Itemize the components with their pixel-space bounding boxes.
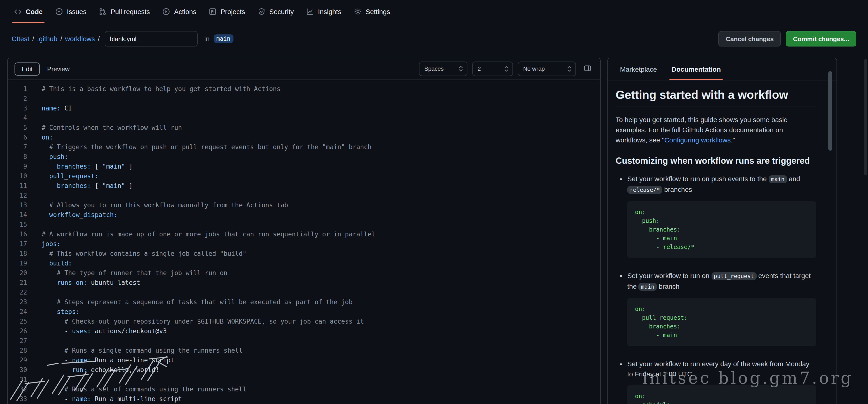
code-line[interactable]: 14 workflow_dispatch: [8,210,600,220]
code-line[interactable]: 16# A workflow run is made up of one or … [8,229,600,239]
code-line-text: on: [27,133,53,143]
line-number: 3 [8,104,27,113]
code-line[interactable]: 18 # This workflow contains a single job… [8,249,600,259]
doc-text: branch [657,282,679,290]
code-line[interactable]: 25 # Checks-out your repository under $G… [8,317,600,327]
nav-tab-label: Issues [67,7,87,15]
code-line[interactable]: 10 pull_request: [8,172,600,181]
repo-nav: Code Issues Pull requests Actions Projec… [0,0,868,23]
code-line[interactable]: 12 [8,191,600,200]
code-line-text [27,113,42,123]
nav-tab-projects[interactable]: Projects [204,0,250,23]
help-title: Getting started with a workflow [616,88,816,107]
code-line[interactable]: 32 # Runs a set of commands using the ru… [8,384,600,394]
line-number: 13 [8,200,27,210]
nav-tab-insights[interactable]: Insights [302,0,346,23]
code-line[interactable]: 9 branches: [ "main" ] [8,162,600,172]
collapse-help-panel-button[interactable] [581,62,594,75]
code-line[interactable]: 3name: CI [8,104,600,113]
code-line[interactable]: 15 [8,220,600,229]
code-line[interactable]: 7 # Triggers the workflow on push or pul… [8,143,600,152]
code-line-text: - uses: actions/checkout@v3 [27,327,167,336]
chevron-up-down-icon [459,65,463,72]
nav-tab-issues[interactable]: Issues [51,0,91,23]
cancel-changes-button[interactable]: Cancel changes [719,31,781,46]
line-number: 30 [8,365,27,375]
code-line-text [27,94,42,104]
code-line[interactable]: 33 - name: Run a multi-line script [8,394,600,404]
code-line[interactable]: 6on: [8,133,600,143]
code-line-text [27,336,42,346]
code-line[interactable]: 27 [8,336,600,346]
code-line[interactable]: 28 # Runs a single command using the run… [8,346,600,355]
line-number: 11 [8,181,27,191]
code-line-text: runs-on: ubuntu-latest [27,278,140,288]
page-scrollbar[interactable] [864,59,867,175]
code-line[interactable]: 22 [8,288,600,298]
help-panel-scrollbar[interactable] [828,71,832,151]
configuring-workflows-link[interactable]: Configuring workflows. [664,136,733,144]
code-line[interactable]: 2 [8,94,600,104]
nav-tab-security[interactable]: Security [253,0,299,23]
line-number: 17 [8,239,27,249]
line-number: 8 [8,152,27,162]
commit-changes-button[interactable]: Commit changes... [786,31,857,46]
code-line[interactable]: 17jobs: [8,239,600,249]
code-line[interactable]: 30 run: echo Hello, world! [8,365,600,375]
code-editor[interactable]: 1# This is a basic workflow to help you … [8,80,600,404]
code-line-text: steps: [27,307,80,317]
code-line[interactable]: 19 build: [8,259,600,268]
breadcrumb-workflows-link[interactable]: workflows [65,35,95,43]
doc-bullet: Set your workflow to run every day of th… [627,359,816,404]
tab-documentation[interactable]: Documentation [666,58,727,80]
code-line[interactable]: 31 [8,375,600,384]
breadcrumb-repo-link[interactable]: CItest [11,35,29,43]
code-line[interactable]: 1# This is a basic workflow to help you … [8,84,600,94]
indent-size-select[interactable]: 2 [472,62,513,76]
nav-tab-pull-requests[interactable]: Pull requests [94,0,155,23]
code-line[interactable]: 24 steps: [8,307,600,317]
code-line[interactable]: 21 runs-on: ubuntu-latest [8,278,600,288]
line-number: 29 [8,355,27,365]
code-line[interactable]: 8 push: [8,152,600,162]
line-number: 2 [8,94,27,104]
line-number: 16 [8,229,27,239]
code-line[interactable]: 20 # The type of runner that the job wil… [8,268,600,278]
inline-code: main [639,283,657,291]
doc-text: branches [662,186,692,193]
in-label: in [205,35,210,43]
code-line[interactable]: 26 - uses: actions/checkout@v3 [8,327,600,336]
nav-tab-settings[interactable]: Settings [349,0,395,23]
code-line-text: push: [27,152,68,162]
filename-input[interactable] [104,31,197,46]
nav-tab-actions[interactable]: Actions [158,0,201,23]
code-line-text: branches: [ "main" ] [27,181,133,191]
code-line[interactable]: 11 branches: [ "main" ] [8,181,600,191]
doc-code-block: on: schedule: [627,385,816,404]
indent-mode-select[interactable]: Spaces [419,62,467,76]
line-number: 7 [8,143,27,152]
tab-edit[interactable]: Edit [14,62,40,75]
breadcrumb-separator: / [32,35,34,43]
help-tabs: Marketplace Documentation [608,58,837,81]
code-line[interactable]: 5# Controls when the workflow will run [8,123,600,133]
tab-preview[interactable]: Preview [40,62,77,75]
code-line[interactable]: 29 - name: Run a one-line script [8,355,600,365]
breadcrumb-github-link[interactable]: .github [37,35,57,43]
code-line[interactable]: 4 [8,113,600,123]
code-line-text: run: echo Hello, world! [27,365,159,375]
line-number: 22 [8,288,27,298]
help-list: Set your workflow to run on push events … [616,174,816,404]
line-number: 25 [8,317,27,327]
line-number: 23 [8,298,27,307]
code-line-text [27,375,42,384]
tab-marketplace[interactable]: Marketplace [614,58,663,80]
code-line-text: # Allows you to run this workflow manual… [27,200,288,210]
branch-badge: main [213,34,233,43]
nav-tab-code[interactable]: Code [9,0,48,23]
wrap-mode-select[interactable]: No wrap [518,62,576,76]
code-line[interactable]: 13 # Allows you to run this workflow man… [8,200,600,210]
inline-code: main [769,175,787,183]
pull-request-icon [99,7,107,15]
code-line[interactable]: 23 # Steps represent a sequence of tasks… [8,298,600,307]
